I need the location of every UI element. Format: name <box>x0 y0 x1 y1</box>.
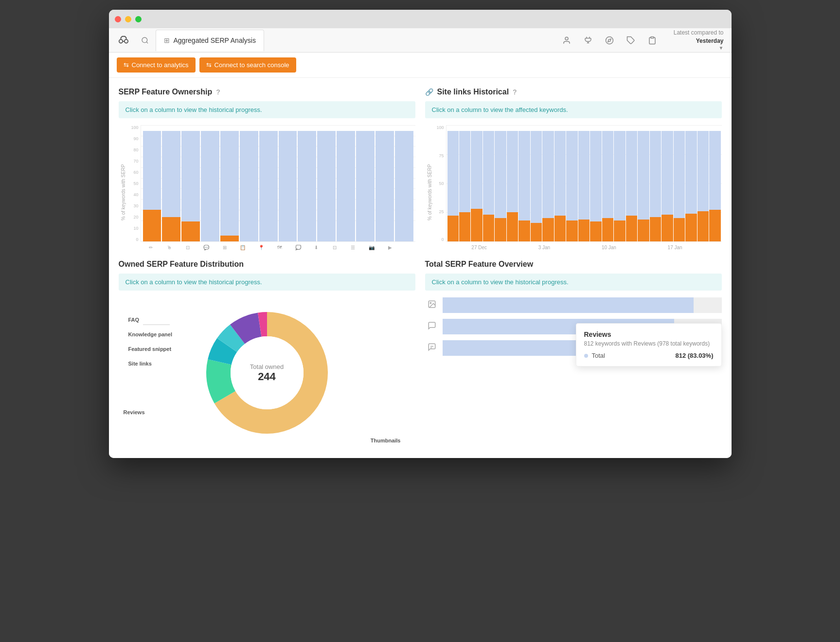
donut-chart-container: Total owned 244 FAQ Knowledge panel Feat… <box>119 297 415 448</box>
featured-snippet-label: Featured snippet <box>128 346 172 352</box>
y-axis-label: % of keywords with SERP <box>119 125 126 250</box>
help-icon[interactable]: ? <box>216 88 220 96</box>
knowledge-panel-label: Knowledge panel <box>128 331 172 337</box>
serp-ownership-info: Click on a column to view the historical… <box>119 101 415 118</box>
trophy-icon[interactable] <box>578 31 598 50</box>
thumbnails-label: Thumbnails <box>371 438 401 443</box>
connect-search-console-button[interactable]: ⇆ Connect to search console <box>199 57 296 73</box>
tooltip-dot <box>584 354 588 358</box>
hbar-fill-1 <box>443 297 694 313</box>
hbar-track-1 <box>443 297 722 313</box>
svg-marker-9 <box>608 38 611 41</box>
owned-distribution-title: Owned SERP Feature Distribution <box>119 260 415 269</box>
compass-icon[interactable] <box>600 31 619 50</box>
bubble-icon <box>425 343 439 353</box>
toolbar: ⇆ Connect to analytics ⇆ Connect to sear… <box>109 53 732 78</box>
minimize-button[interactable] <box>125 16 131 22</box>
total-overview-title: Total SERP Feature Overview <box>425 260 722 269</box>
nav-icons: Latest compared to Yesterday ▼ <box>557 29 728 52</box>
svg-point-3 <box>142 37 147 43</box>
titlebar <box>109 10 732 28</box>
site-links-info: Click on a column to view the affected k… <box>425 101 722 118</box>
tab-icon: ⊞ <box>164 37 170 44</box>
svg-point-5 <box>565 37 568 40</box>
serp-ownership-chart: % of keywords with SERP 0 10 20 30 40 50… <box>119 125 415 250</box>
site-links-chart: % of keywords with SERP 0 25 50 75 100 <box>425 125 722 250</box>
binoculars-icon[interactable] <box>113 30 134 51</box>
tooltip: Reviews 812 keywords with Reviews (978 t… <box>576 323 722 367</box>
owned-distribution-info: Click on a column to view the historical… <box>119 274 415 291</box>
svg-point-8 <box>606 37 613 44</box>
site-links-title: 🔗 Site links Historical ? <box>425 88 722 96</box>
tab-label: Aggregated SERP Analysis <box>174 37 256 44</box>
tooltip-title: Reviews <box>584 330 714 338</box>
compare-date[interactable]: Latest compared to Yesterday ▼ <box>674 29 728 52</box>
active-tab[interactable]: ⊞ Aggregated SERP Analysis <box>156 30 264 51</box>
tooltip-value: 812 (83.03%) <box>675 352 713 359</box>
total-label: Total owned <box>250 363 284 370</box>
site-links-y-label: % of keywords with SERP <box>425 125 432 250</box>
tag-icon[interactable] <box>621 31 641 50</box>
clipboard-icon[interactable] <box>643 31 662 50</box>
app-window: ⊞ Aggregated SERP Analysis <box>109 10 732 458</box>
faq-label: FAQ <box>128 317 140 323</box>
tooltip-key: Total <box>592 352 605 359</box>
site-links-help-icon[interactable]: ? <box>513 88 517 96</box>
main-content: SERP Feature Ownership ? Click on a colu… <box>109 78 732 458</box>
serp-ownership-panel: SERP Feature Ownership ? Click on a colu… <box>119 88 415 250</box>
total-overview-panel: Total SERP Feature Overview Click on a c… <box>425 260 722 448</box>
tooltip-row: Total 812 (83.03%) <box>584 352 714 359</box>
svg-point-21 <box>430 302 431 303</box>
reviews-donut-label: Reviews <box>124 409 145 415</box>
total-overview-info: Click on a column to view the historical… <box>425 274 722 291</box>
site-links-donut-label: Site links <box>128 361 152 367</box>
owned-distribution-panel: Owned SERP Feature Distribution Click on… <box>119 260 415 448</box>
svg-rect-11 <box>651 37 654 38</box>
svg-point-0 <box>119 39 122 43</box>
connect-analytics-icon: ⇆ <box>124 61 129 69</box>
serp-ownership-title: SERP Feature Ownership ? <box>119 88 415 96</box>
hbar-row-1 <box>425 297 722 313</box>
svg-line-4 <box>146 42 148 43</box>
compare-label: Latest compared to <box>674 29 724 37</box>
site-links-panel: 🔗 Site links Historical ? Click on a col… <box>425 88 722 250</box>
maximize-button[interactable] <box>135 16 142 22</box>
search-button[interactable] <box>134 30 156 51</box>
connect-analytics-label: Connect to analytics <box>132 61 189 69</box>
compare-value: Yesterday ▼ <box>674 37 724 52</box>
connect-search-console-label: Connect to search console <box>214 61 289 69</box>
tooltip-subtitle: 812 keywords with Reviews (978 total key… <box>584 340 714 347</box>
svg-point-1 <box>124 39 127 43</box>
navbar: ⊞ Aggregated SERP Analysis <box>109 28 732 53</box>
image-icon <box>425 300 439 311</box>
donut-center: Total owned 244 <box>250 363 284 383</box>
connect-search-console-icon: ⇆ <box>206 61 212 69</box>
connect-analytics-button[interactable]: ⇆ Connect to analytics <box>117 57 196 73</box>
reviews-icon <box>425 321 439 332</box>
person-icon[interactable] <box>557 31 576 50</box>
close-button[interactable] <box>115 16 121 22</box>
total-value: 244 <box>250 370 284 383</box>
